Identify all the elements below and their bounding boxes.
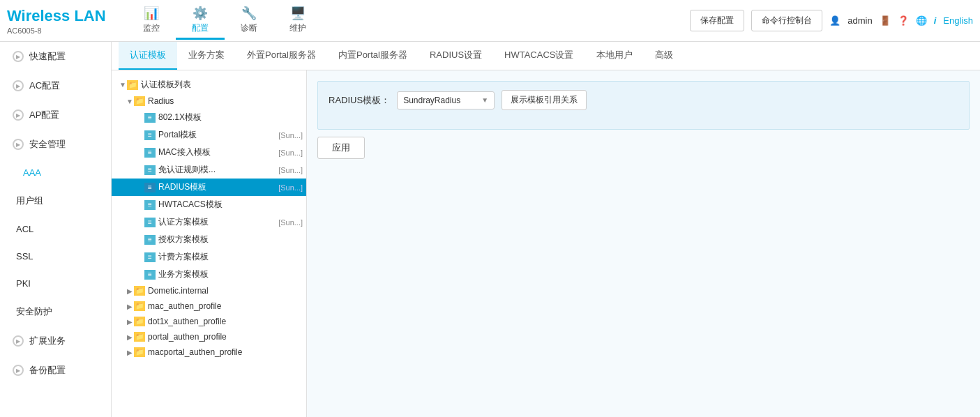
nav-diagnose[interactable]: 🔧 诊断: [225, 2, 273, 40]
tree-node-authen-scheme-label: 认证方案模板: [158, 216, 276, 228]
radius-template-select[interactable]: SundrayRadius ▼: [397, 91, 495, 109]
tree-node-portal-badge: [Sun...]: [278, 131, 303, 139]
mac-authen-arrow-icon: ▶: [126, 303, 134, 310]
tree-node-dot1x-authen-label: dot1x_authen_profile: [148, 317, 303, 326]
language-label[interactable]: English: [943, 15, 973, 26]
tree-node-mac-authen[interactable]: ▶ 📁 mac_authen_profile: [112, 298, 306, 314]
tree-node-radius-tpl[interactable]: ≡ RADIUS模板 [Sun...]: [112, 179, 306, 196]
tree-node-no-authen-badge: [Sun...]: [278, 166, 303, 174]
authen-scheme-icon: ≡: [144, 218, 156, 227]
tree-node-dometic-label: Dometic.internal: [148, 286, 303, 296]
tab-int-portal[interactable]: 内置Portal服务器: [327, 42, 419, 70]
sidebar-item-pki-label: PKI: [16, 278, 31, 289]
tab-ext-portal[interactable]: 外置Portal服务器: [236, 42, 327, 70]
dometic-folder-icon: 📁: [134, 286, 145, 296]
dometic-arrow-icon: ▶: [126, 287, 134, 295]
sidebar-item-safeguard[interactable]: 安全防护: [0, 297, 111, 326]
sidebar-item-aaa-label: AAA: [23, 167, 41, 178]
brand-subtitle: AC6005-8: [7, 26, 106, 35]
sidebar-item-acl[interactable]: ACL: [0, 215, 111, 243]
tree-node-authen-scheme[interactable]: ≡ 认证方案模板 [Sun...]: [112, 213, 306, 231]
select-arrow-icon: ▼: [481, 96, 488, 104]
cmd-console-button[interactable]: 命令行控制台: [751, 10, 822, 31]
tree-node-account-scheme-label: 计费方案模板: [158, 251, 303, 263]
nav-config-label: 配置: [192, 22, 209, 34]
nav-monitor-label: 监控: [143, 22, 160, 34]
main-nav: 📊 监控 ⚙️ 配置 🔧 诊断 🖥️ 维护: [127, 2, 322, 40]
tree-node-portal-authen[interactable]: ▶ 📁 portal_authen_profile: [112, 329, 306, 344]
radius-tpl-icon: ≡: [144, 183, 156, 192]
tree-node-macportal-authen[interactable]: ▶ 📁 macportal_authen_profile: [112, 344, 306, 360]
tab-local-user[interactable]: 本地用户: [585, 42, 644, 70]
tree-node-no-authen[interactable]: ≡ 免认证规则模... [Sun...]: [112, 161, 306, 179]
tree-node-service-scheme[interactable]: ≡ 业务方案模板: [112, 266, 306, 283]
tree-node-mac-label: MAC接入模板: [158, 146, 276, 158]
tab-bar: 认证模板 业务方案 外置Portal服务器 内置Portal服务器 RADIUS…: [112, 42, 980, 70]
macportal-authen-folder-icon: 📁: [134, 347, 145, 357]
author-scheme-icon: ≡: [144, 235, 156, 245]
sidebar-item-security[interactable]: ▶ 安全管理: [0, 130, 111, 159]
sidebar-item-safeguard-label: 安全防护: [16, 305, 52, 318]
save-config-button[interactable]: 保存配置: [690, 10, 744, 31]
sidebar-item-ap[interactable]: ▶ AP配置: [0, 100, 111, 130]
tree-node-portal[interactable]: ≡ Portal模板 [Sun...]: [112, 126, 306, 144]
content: 认证模板 业务方案 外置Portal服务器 内置Portal服务器 RADIUS…: [112, 42, 980, 417]
admin-label: admin: [847, 15, 872, 26]
tab-hwtacacs-settings[interactable]: HWTACACS设置: [493, 42, 585, 70]
sidebar-item-quick[interactable]: ▶ 快速配置: [0, 42, 111, 71]
sidebar-item-acl-label: ACL: [16, 224, 33, 234]
sidebar-item-extend[interactable]: ▶ 扩展业务: [0, 326, 111, 356]
sidebar-item-aaa[interactable]: AAA: [0, 159, 111, 186]
sidebar-item-usergroup[interactable]: 用户组: [0, 186, 111, 215]
tab-authen-template[interactable]: 认证模板: [119, 42, 177, 70]
help-icon[interactable]: ❓: [898, 15, 909, 26]
sidebar-item-backup[interactable]: ▶ 备份配置: [0, 356, 111, 385]
nav-maintain-label: 维护: [289, 22, 306, 34]
show-ref-button[interactable]: 展示模板引用关系: [502, 90, 587, 110]
sidebar-item-pki[interactable]: PKI: [0, 270, 111, 297]
config-panel: RADIUS模板： SundrayRadius ▼ 展示模板引用关系 应用: [307, 70, 980, 417]
nav-monitor[interactable]: 📊 监控: [127, 2, 176, 40]
config-icon: ⚙️: [193, 6, 208, 21]
header-right: 保存配置 命令行控制台 👤 admin 🚪 ❓ 🌐 i English: [690, 10, 973, 31]
quick-circle-icon: ▶: [13, 51, 24, 62]
tree-node-author-scheme[interactable]: ≡ 授权方案模板: [112, 231, 306, 248]
logout-icon[interactable]: 🚪: [880, 15, 891, 26]
tree-node-root[interactable]: ▼ 📁 认证模板列表: [112, 76, 306, 93]
tree-node-no-authen-label: 免认证规则模...: [158, 164, 276, 176]
tree-node-radius-group[interactable]: ▼ 📁 Radius: [112, 93, 306, 109]
nav-diagnose-label: 诊断: [241, 22, 257, 34]
nav-maintain[interactable]: 🖥️ 维护: [273, 2, 322, 40]
hwtacacs-tpl-icon: ≡: [144, 200, 156, 210]
apply-row: 应用: [317, 137, 970, 159]
sidebar-item-ap-label: AP配置: [29, 109, 59, 121]
tree-node-account-scheme[interactable]: ≡ 计费方案模板: [112, 248, 306, 266]
sidebar-item-ssl[interactable]: SSL: [0, 243, 111, 270]
main: ▶ 快速配置 ▶ AC配置 ▶ AP配置 ▶ 安全管理 AAA 用户组 ACL …: [0, 42, 980, 417]
info-icon[interactable]: i: [934, 15, 937, 26]
apply-button[interactable]: 应用: [317, 137, 365, 159]
dot1x-authen-arrow-icon: ▶: [126, 318, 134, 326]
portal-authen-folder-icon: 📁: [134, 332, 145, 342]
globe-icon[interactable]: 🌐: [916, 15, 927, 26]
sidebar-item-extend-label: 扩展业务: [29, 335, 66, 347]
extend-circle-icon: ▶: [13, 335, 24, 347]
tree-node-dot1x-authen[interactable]: ▶ 📁 dot1x_authen_profile: [112, 314, 306, 329]
tab-service-plan[interactable]: 业务方案: [177, 42, 236, 70]
user-icon: 👤: [829, 15, 840, 26]
sidebar-item-ac[interactable]: ▶ AC配置: [0, 71, 111, 100]
tree-node-dot1x[interactable]: ≡ 802.1X模板: [112, 109, 306, 126]
backup-circle-icon: ▶: [13, 365, 24, 376]
tree-panel: ▼ 📁 认证模板列表 ▼ 📁 Radius ≡ 802.1X模板: [112, 70, 307, 417]
tree-node-radius-tpl-badge: [Sun...]: [278, 183, 303, 192]
tab-advanced[interactable]: 高级: [644, 42, 684, 70]
nav-config[interactable]: ⚙️ 配置: [176, 2, 225, 40]
sidebar-item-usergroup-label: 用户组: [16, 195, 43, 207]
maintain-icon: 🖥️: [290, 6, 306, 21]
tree-node-dometic[interactable]: ▶ 📁 Dometic.internal: [112, 283, 306, 298]
tree-node-mac[interactable]: ≡ MAC接入模板 [Sun...]: [112, 144, 306, 161]
tree-node-portal-label: Portal模板: [158, 129, 276, 141]
tree-node-hwtacacs-tpl[interactable]: ≡ HWTACACS模板: [112, 196, 306, 213]
tab-radius-settings[interactable]: RADIUS设置: [419, 42, 493, 70]
tree-node-radius-tpl-label: RADIUS模板: [158, 181, 276, 193]
